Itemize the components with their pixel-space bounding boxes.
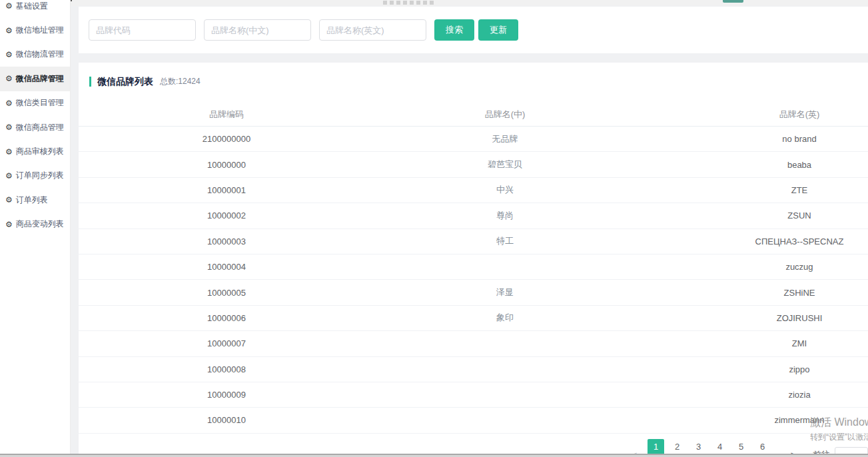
column-header-brand-name-zh: 品牌名(中): [374, 109, 636, 121]
table-body: 2100000000无品牌no brand10000000碧芭宝贝beaba10…: [79, 127, 868, 434]
table-header-row: 品牌编码 品牌名(中) 品牌名(英): [79, 103, 868, 127]
cell-brand-code: 10000000: [79, 160, 374, 170]
sidebar: ⚙基础设置⚙微信地址管理⚙微信物流管理⚙微信品牌管理⚙微信类目管理⚙微信商品管理…: [0, 0, 71, 454]
search-bar: 搜索 更新: [79, 7, 868, 53]
table-row: 10000007ZMI: [79, 331, 868, 356]
update-button[interactable]: 更新: [478, 19, 518, 41]
gear-icon: ⚙: [5, 147, 13, 157]
cell-brand-code: 10000005: [79, 288, 374, 298]
cell-brand-name-zh: 特工: [374, 235, 636, 247]
page-button-1[interactable]: 1: [648, 439, 664, 455]
table-row: 10000010zimmermann: [79, 408, 868, 433]
table-row: 10000001中兴ZTE: [79, 178, 868, 203]
sidebar-item-wechat-brand[interactable]: ⚙微信品牌管理: [0, 67, 70, 91]
sidebar-item-label: 微信类目管理: [16, 97, 64, 109]
cell-brand-code: 10000009: [79, 390, 374, 400]
cell-brand-code: 10000001: [79, 185, 374, 195]
top-clipped-bar: [71, 0, 868, 6]
brand-table: 品牌编码 品牌名(中) 品牌名(英) 2100000000无品牌no brand…: [79, 103, 868, 434]
cell-brand-name-zh: 无品牌: [374, 133, 636, 145]
list-title-row: 微信品牌列表 总数:12424: [79, 63, 868, 87]
sidebar-item-label: 订单同步列表: [16, 170, 64, 181]
page-title: 微信品牌列表: [97, 76, 153, 88]
gear-icon: ⚙: [5, 26, 13, 35]
column-header-brand-name-en: 品牌名(英): [636, 109, 868, 121]
watermark-line2: 转到“设置”以激活 Windows: [810, 432, 868, 443]
cell-brand-code: 10000003: [79, 236, 374, 246]
sidebar-item-product-change[interactable]: ⚙商品变动列表: [0, 213, 70, 236]
sidebar-menu: ⚙基础设置⚙微信地址管理⚙微信物流管理⚙微信品牌管理⚙微信类目管理⚙微信商品管理…: [0, 0, 70, 236]
cell-brand-code: 10000007: [79, 338, 374, 348]
gear-icon: ⚙: [5, 50, 13, 59]
sidebar-item-label: 微信商品管理: [16, 122, 64, 133]
bottom-edge-bar: [0, 454, 868, 457]
page-button-2[interactable]: 2: [669, 439, 685, 455]
table-row: 10000002尊尚ZSUN: [79, 203, 868, 228]
sidebar-item-label: 微信地址管理: [16, 25, 64, 36]
cell-brand-name-en: СПЕЦНАЗ--SPECNAZ: [636, 236, 868, 246]
page-button-6[interactable]: 6: [754, 439, 771, 455]
brand-name-en-input[interactable]: [319, 19, 426, 41]
sidebar-item-wechat-address[interactable]: ⚙微信地址管理: [0, 18, 70, 42]
gear-icon: ⚙: [5, 171, 13, 181]
sidebar-item-order-list[interactable]: ⚙订单列表: [0, 188, 70, 212]
cell-brand-code: 2100000000: [79, 134, 374, 144]
cell-brand-name-en: zuczug: [636, 262, 868, 272]
table-row: 10000006象印ZOJIRUSHI: [79, 306, 868, 331]
search-button[interactable]: 搜索: [434, 19, 474, 41]
column-header-brand-code: 品牌编码: [79, 109, 374, 121]
cell-brand-name-zh: 泽显: [374, 286, 636, 298]
gear-icon: ⚙: [5, 195, 13, 205]
cell-brand-code: 10000006: [79, 313, 374, 323]
gear-icon: ⚙: [5, 1, 13, 11]
cell-brand-name-zh: 中兴: [374, 184, 636, 196]
cell-brand-name-en: no brand: [636, 134, 868, 144]
gear-icon: ⚙: [5, 74, 13, 83]
cell-brand-name-en: ZMI: [636, 338, 868, 348]
brand-list-card: 微信品牌列表 总数:12424 品牌编码 品牌名(中) 品牌名(英) 21000…: [79, 63, 868, 454]
gear-icon: ⚙: [5, 99, 13, 108]
cell-brand-code: 10000010: [79, 415, 374, 425]
cell-brand-name-zh: 象印: [374, 312, 636, 324]
cell-brand-code: 10000004: [79, 262, 374, 272]
table-row: 10000000碧芭宝贝beaba: [79, 152, 868, 177]
cell-brand-name-en: beaba: [636, 160, 868, 170]
total-count: 总数:12424: [160, 76, 201, 87]
cell-brand-name-en: ZSHiNE: [636, 288, 868, 298]
top-clipped-text: [383, 1, 436, 5]
sidebar-item-label: 微信物流管理: [16, 49, 64, 60]
page-button-3[interactable]: 3: [690, 439, 707, 455]
table-row: 10000003特工СПЕЦНАЗ--SPECNAZ: [79, 229, 868, 254]
cell-brand-code: 10000008: [79, 364, 374, 374]
sidebar-item-basic-settings[interactable]: ⚙基础设置: [0, 0, 70, 18]
sidebar-item-wechat-logistics[interactable]: ⚙微信物流管理: [0, 43, 70, 67]
cell-brand-code: 10000002: [79, 211, 374, 221]
windows-activation-watermark: 激活 Windows 转到“设置”以激活 Windows: [810, 416, 868, 443]
cell-brand-name-en: ZTE: [636, 185, 868, 195]
sidebar-item-product-audit[interactable]: ⚙商品审核列表: [0, 139, 70, 163]
cell-brand-name-en: zippo: [636, 364, 868, 374]
cell-brand-name-en: ZSUN: [636, 211, 868, 221]
brand-name-zh-input[interactable]: [204, 19, 311, 41]
title-accent-bar: [89, 77, 91, 87]
sidebar-item-wechat-category[interactable]: ⚙微信类目管理: [0, 91, 70, 115]
table-row: 10000005泽显ZSHiNE: [79, 280, 868, 305]
sidebar-item-label: 基础设置: [16, 1, 48, 12]
sidebar-item-wechat-product[interactable]: ⚙微信商品管理: [0, 115, 70, 139]
cell-brand-name-zh: 尊尚: [374, 210, 636, 222]
sidebar-item-label: 商品审核列表: [16, 146, 64, 157]
sidebar-item-label: 商品变动列表: [16, 219, 64, 230]
page-button-4[interactable]: 4: [711, 439, 728, 455]
cell-brand-name-en: ziozia: [636, 390, 868, 400]
top-clipped-toggle: [723, 0, 743, 3]
brand-code-input[interactable]: [89, 19, 196, 41]
sidebar-item-label: 微信品牌管理: [16, 73, 64, 85]
page-button-5[interactable]: 5: [733, 439, 749, 455]
sidebar-item-label: 订单列表: [16, 195, 48, 206]
sidebar-item-order-sync[interactable]: ⚙订单同步列表: [0, 164, 70, 188]
table-row: 10000008zippo: [79, 357, 868, 382]
gear-icon: ⚙: [5, 123, 13, 132]
gear-icon: ⚙: [5, 220, 13, 229]
cell-brand-name-zh: 碧芭宝贝: [374, 159, 636, 171]
table-row: 2100000000无品牌no brand: [79, 127, 868, 152]
